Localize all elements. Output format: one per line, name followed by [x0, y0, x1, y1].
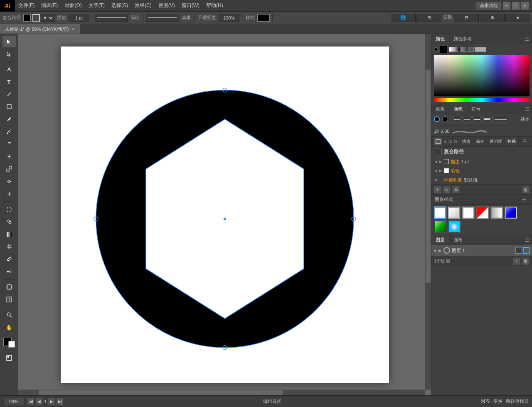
- fill-swatch[interactable]: [444, 168, 449, 173]
- gradient-tab[interactable]: 渐变: [473, 137, 487, 146]
- color-picker[interactable]: [434, 55, 530, 96]
- black-swatch[interactable]: [440, 46, 447, 53]
- fill-color-swatch[interactable]: [23, 14, 31, 22]
- vertical-scroll-thumb[interactable]: [426, 70, 431, 283]
- brush-line-1[interactable]: [453, 116, 461, 123]
- indicator-icon2[interactable]: ◈: [444, 140, 447, 144]
- stroke-indicator[interactable]: [434, 137, 442, 146]
- new-layer-button[interactable]: +: [513, 257, 520, 265]
- document-tab-close[interactable]: ✕: [71, 27, 75, 32]
- zoom-tool[interactable]: [2, 309, 16, 321]
- horizontal-scrollbar[interactable]: [18, 390, 425, 395]
- close-button[interactable]: ✕: [521, 2, 529, 10]
- paintbrush-tool[interactable]: [2, 113, 16, 125]
- styles-panel-menu[interactable]: ☰: [519, 197, 529, 203]
- layers-panel-menu[interactable]: ☰: [522, 237, 532, 243]
- maximize-button[interactable]: □: [512, 2, 520, 10]
- slice-tool[interactable]: [2, 294, 16, 305]
- new-item-icon[interactable]: +: [434, 186, 441, 194]
- settings-icon[interactable]: ⊕: [480, 14, 505, 22]
- color-indicator[interactable]: [2, 337, 16, 348]
- workspace-button[interactable]: 基本功能: [476, 2, 501, 10]
- style-swatch[interactable]: [257, 14, 270, 22]
- appearance-tab-active[interactable]: 外观: [505, 137, 519, 146]
- last-page-button[interactable]: ▶|: [57, 398, 63, 405]
- transparency-tab[interactable]: 透明度: [487, 137, 505, 146]
- eye-icon-fill[interactable]: ●: [435, 168, 438, 173]
- next-page-button[interactable]: ▶: [48, 398, 55, 405]
- reflect-tool[interactable]: [2, 151, 16, 162]
- document-tab[interactable]: 未标题-1* @ 99% (CMYK/预览) ✕: [0, 25, 80, 34]
- first-page-button[interactable]: |◀: [27, 398, 34, 405]
- stroke-swatch[interactable]: [444, 159, 449, 164]
- symbol-tab[interactable]: 符号: [467, 104, 485, 114]
- menu-text[interactable]: 文字(T): [85, 0, 108, 11]
- brush-line-2[interactable]: [463, 116, 471, 123]
- swatch-tab[interactable]: 色板: [431, 104, 449, 114]
- fx-icon[interactable]: fx: [443, 186, 451, 194]
- scale-tool[interactable]: [2, 163, 16, 175]
- selection-tool[interactable]: [2, 36, 16, 47]
- style-swatch-2[interactable]: [462, 206, 475, 219]
- rect-tool[interactable]: [2, 101, 16, 113]
- align-icon[interactable]: ⊟: [454, 14, 479, 22]
- warp-tool[interactable]: [2, 176, 16, 187]
- menu-object[interactable]: 对象(O): [61, 0, 85, 11]
- style-swatch-1[interactable]: [448, 206, 461, 219]
- stroke-preview[interactable]: [95, 14, 128, 22]
- gradient-tool[interactable]: [2, 228, 16, 240]
- brush-dot-1[interactable]: [434, 116, 440, 122]
- type-tool[interactable]: T: [2, 76, 16, 88]
- artboard-tool[interactable]: [2, 281, 16, 293]
- menu-file[interactable]: 文件(F): [15, 0, 38, 11]
- layer-lock-icon[interactable]: [515, 247, 522, 254]
- horizontal-scroll-thumb[interactable]: [39, 390, 283, 395]
- menu-edit[interactable]: 编辑(E): [38, 0, 61, 11]
- canvas-area[interactable]: [18, 34, 431, 395]
- layer-expand[interactable]: ▶: [438, 248, 442, 253]
- width-tool[interactable]: [2, 188, 16, 200]
- minimize-button[interactable]: ─: [503, 2, 510, 10]
- menu-help[interactable]: 帮助(H): [203, 0, 227, 11]
- delete-layer-button[interactable]: 🗑: [522, 257, 530, 265]
- indicator-icon4[interactable]: ⊟: [454, 140, 457, 144]
- pencil-tool[interactable]: [2, 126, 16, 137]
- color-panel-menu[interactable]: ☰: [522, 36, 532, 42]
- hue-bar[interactable]: [434, 98, 530, 102]
- menu-effect[interactable]: 效果(C): [131, 0, 155, 11]
- free-transform-tool[interactable]: [2, 204, 16, 215]
- line-tool[interactable]: [2, 88, 16, 100]
- eyedropper-tool[interactable]: [2, 253, 16, 265]
- blend-tool[interactable]: [2, 266, 16, 277]
- vertical-scrollbar[interactable]: [425, 34, 431, 390]
- brush-line-4[interactable]: [483, 116, 491, 123]
- menu-view[interactable]: 视图(V): [155, 0, 178, 11]
- opacity-input[interactable]: [219, 14, 239, 22]
- copy-icon[interactable]: ⧉: [452, 186, 460, 194]
- brush-line-3[interactable]: [473, 116, 481, 123]
- background-color[interactable]: [8, 341, 15, 348]
- screen-mode[interactable]: [2, 352, 16, 364]
- stroke-tab[interactable]: 描边: [460, 137, 473, 146]
- indicator-icon3[interactable]: ▤: [448, 140, 452, 144]
- stroke-size-input[interactable]: [69, 14, 89, 22]
- brush-panel-menu[interactable]: ☰: [522, 106, 532, 112]
- layers-tab[interactable]: 图层: [431, 235, 449, 245]
- color-reference-tab[interactable]: 颜色参考: [449, 34, 476, 44]
- rotate-tool[interactable]: [2, 138, 16, 150]
- prev-page-button[interactable]: ◀: [36, 398, 42, 405]
- style-swatch-3[interactable]: [476, 206, 489, 219]
- layer-visibility-toggle[interactable]: ●: [434, 248, 437, 253]
- style-swatch-5[interactable]: [505, 206, 517, 219]
- stroke-dropdown[interactable]: ▼: [41, 14, 54, 22]
- delete-icon[interactable]: 🗑: [522, 186, 530, 194]
- base-preview[interactable]: [146, 14, 179, 22]
- menu-select[interactable]: 选择(S): [108, 0, 131, 11]
- stroke-color-swatch[interactable]: [32, 14, 40, 22]
- tri-icon-fill[interactable]: ▶: [439, 169, 442, 173]
- artboard-tab[interactable]: 画板: [449, 235, 467, 245]
- menu-window[interactable]: 窗口(W): [178, 0, 203, 11]
- globe-icon[interactable]: 🌐: [391, 14, 416, 22]
- more-options[interactable]: ▼: [505, 14, 530, 22]
- direct-selection-tool[interactable]: [2, 48, 16, 60]
